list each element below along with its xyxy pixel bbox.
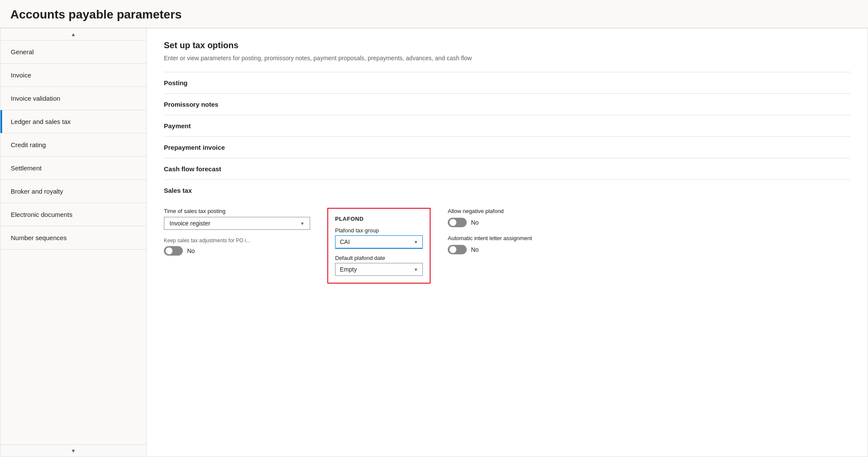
allow-negative-toggle[interactable]: [448, 218, 467, 227]
plafond-tax-group-label: Plafond tax group: [335, 227, 423, 234]
sidebar-item-number-sequences[interactable]: Number sequences: [0, 226, 146, 250]
sidebar-item-label: Electronic documents: [11, 211, 72, 218]
accordion-label-sales-tax: Sales tax: [164, 187, 192, 194]
keep-adjustments-label: Keep sales tax adjustments for PO i...: [164, 238, 310, 244]
allow-negative-label: Allow negative plafond: [448, 208, 850, 214]
accordion-prepayment-invoice: Prepayment invoice: [164, 136, 850, 158]
chevron-up-icon: ▲: [71, 31, 76, 37]
content-description: Enter or view parameters for posting, pr…: [164, 55, 850, 62]
sidebar-item-label: Invoice: [11, 71, 31, 79]
plafond-box: PLAFOND Plafond tax group CAI ▼ Default …: [327, 208, 431, 284]
main-layout: ▲ General Invoice Invoice validation Led…: [0, 28, 868, 457]
sidebar-item-label: Settlement: [11, 164, 42, 172]
sidebar-item-label: Number sequences: [11, 234, 67, 241]
sidebar-scroll[interactable]: General Invoice Invoice validation Ledge…: [0, 40, 146, 445]
accordion-label-posting: Posting: [164, 79, 188, 86]
page-title: Accounts payable parameters: [10, 8, 858, 22]
sidebar-item-label: Invoice validation: [11, 95, 60, 102]
keep-adjustments-toggle[interactable]: [164, 246, 183, 256]
accordion-label-promissory-notes: Promissory notes: [164, 101, 219, 108]
left-column: Time of sales tax posting Invoice regist…: [164, 208, 310, 263]
sidebar-item-invoice-validation[interactable]: Invoice validation: [0, 87, 146, 110]
content-area: Set up tax options Enter or view paramet…: [147, 28, 868, 457]
sidebar-item-electronic-documents[interactable]: Electronic documents: [0, 203, 146, 226]
right-column: Allow negative plafond No Automatic inte…: [448, 208, 850, 254]
sales-tax-content: Time of sales tax posting Invoice regist…: [164, 201, 850, 294]
auto-intent-label: Automatic intent letter assignment: [448, 235, 850, 241]
allow-negative-field: Allow negative plafond No: [448, 208, 850, 227]
sidebar-item-invoice[interactable]: Invoice: [0, 64, 146, 87]
time-of-posting-group: Time of sales tax posting Invoice regist…: [164, 208, 310, 230]
sidebar: ▲ General Invoice Invoice validation Led…: [0, 28, 147, 457]
accordion-header-promissory-notes[interactable]: Promissory notes: [164, 94, 850, 115]
sidebar-item-general[interactable]: General: [0, 40, 146, 64]
auto-intent-text: No: [471, 246, 479, 253]
chevron-down-icon: ▼: [300, 221, 305, 226]
plafond-tax-group-value: CAI: [340, 238, 350, 245]
content-section-title: Set up tax options: [164, 40, 850, 50]
scroll-up-arrow[interactable]: ▲: [0, 28, 146, 40]
time-of-posting-label: Time of sales tax posting: [164, 208, 310, 214]
keep-adjustments-text: No: [187, 247, 195, 254]
sidebar-item-label: Broker and royalty: [11, 188, 63, 195]
allow-negative-toggle-row: No: [448, 218, 850, 227]
keep-adjustments-toggle-row: No: [164, 246, 310, 256]
accordion-header-sales-tax[interactable]: Sales tax: [164, 180, 850, 201]
auto-intent-toggle[interactable]: [448, 245, 467, 254]
sales-tax-grid: Time of sales tax posting Invoice regist…: [164, 208, 850, 284]
sidebar-item-label: Ledger and sales tax: [11, 118, 71, 125]
time-of-posting-dropdown[interactable]: Invoice register ▼: [164, 217, 310, 230]
accordion-header-cash-flow-forecast[interactable]: Cash flow forecast: [164, 158, 850, 179]
chevron-down-icon: ▼: [71, 448, 76, 454]
plafond-tax-group-input[interactable]: CAI ▼: [335, 235, 423, 249]
scroll-down-arrow[interactable]: ▼: [0, 445, 146, 457]
accordion-label-cash-flow-forecast: Cash flow forecast: [164, 165, 221, 173]
accordion-posting: Posting: [164, 72, 850, 93]
accordion-header-payment[interactable]: Payment: [164, 115, 850, 136]
accordion-sales-tax: Sales tax Time of sales tax posting Invo…: [164, 179, 850, 294]
accordion-header-prepayment-invoice[interactable]: Prepayment invoice: [164, 137, 850, 158]
accordion-payment: Payment: [164, 115, 850, 136]
sidebar-item-label: Credit rating: [11, 141, 46, 148]
accordion-promissory-notes: Promissory notes: [164, 93, 850, 115]
accordion-header-posting[interactable]: Posting: [164, 72, 850, 93]
plafond-default-date-value: Empty: [340, 266, 357, 273]
auto-intent-field: Automatic intent letter assignment No: [448, 235, 850, 254]
chevron-down-icon: ▼: [414, 240, 418, 244]
sidebar-item-credit-rating[interactable]: Credit rating: [0, 133, 146, 157]
plafond-column: PLAFOND Plafond tax group CAI ▼ Default …: [327, 208, 431, 284]
chevron-down-icon: ▼: [414, 267, 418, 272]
sidebar-item-ledger-sales-tax[interactable]: Ledger and sales tax: [0, 110, 146, 133]
sidebar-item-settlement[interactable]: Settlement: [0, 157, 146, 180]
page-wrapper: Accounts payable parameters ▲ General In…: [0, 0, 868, 457]
plafond-default-date-label: Default plafond date: [335, 255, 423, 261]
plafond-title: PLAFOND: [335, 216, 423, 222]
auto-intent-toggle-row: No: [448, 245, 850, 254]
accordion-label-prepayment-invoice: Prepayment invoice: [164, 144, 225, 151]
sidebar-item-label: General: [11, 48, 34, 56]
keep-adjustments-group: Keep sales tax adjustments for PO i... N…: [164, 238, 310, 256]
sidebar-item-broker-royalty[interactable]: Broker and royalty: [0, 180, 146, 203]
time-of-posting-value: Invoice register: [169, 220, 210, 227]
accordion-cash-flow-forecast: Cash flow forecast: [164, 158, 850, 179]
allow-negative-text: No: [471, 219, 479, 226]
plafond-default-date-dropdown[interactable]: Empty ▼: [335, 263, 423, 276]
accordion-label-payment: Payment: [164, 122, 191, 130]
page-title-bar: Accounts payable parameters: [0, 0, 868, 28]
